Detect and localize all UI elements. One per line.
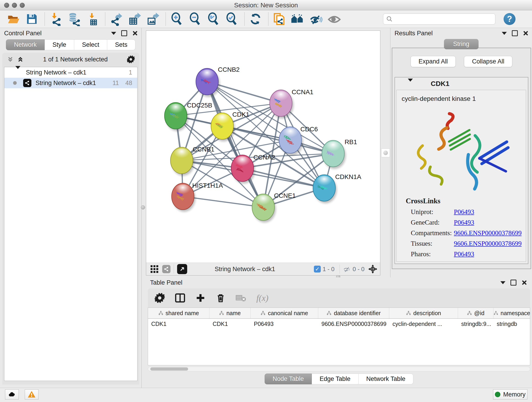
zoom-in-button[interactable] xyxy=(170,12,184,26)
hidden-count: 0 - 0 xyxy=(353,266,365,273)
float-panel-icon[interactable] xyxy=(512,30,518,36)
collapse-all-icon[interactable] xyxy=(7,56,14,63)
collapse-all-button[interactable]: Collapse All xyxy=(464,56,512,67)
panel-menu-icon[interactable] xyxy=(111,32,116,35)
tab-style[interactable]: Style xyxy=(45,39,74,50)
right-splitter-handle[interactable] xyxy=(381,148,390,157)
column-header-canonical-name[interactable]: canonical name xyxy=(251,308,318,318)
export-image-button[interactable] xyxy=(146,12,160,26)
table-horizontal-scrollbar[interactable] xyxy=(148,367,530,371)
table-options-gear-icon[interactable] xyxy=(155,293,165,303)
memory-button[interactable]: Memory xyxy=(493,389,527,400)
network-view-icon[interactable] xyxy=(162,265,171,273)
selected-checkbox-icon[interactable]: ✓ xyxy=(314,266,321,273)
application-window: Session: New Session xyxy=(0,0,532,402)
table-cell[interactable]: 9606.ENSP00000378699 xyxy=(318,319,389,329)
close-panel-icon[interactable] xyxy=(521,280,526,285)
export-table-button[interactable] xyxy=(127,12,142,26)
save-session-button[interactable] xyxy=(25,12,39,26)
column-header-database-identifier[interactable]: database identifier xyxy=(318,308,389,318)
gene-name: CDK1 xyxy=(431,80,450,88)
table-cell[interactable]: cyclin-dependent ... xyxy=(389,319,458,329)
zoom-in-icon xyxy=(170,12,183,26)
float-panel-icon[interactable] xyxy=(510,280,516,286)
tab-edge-table[interactable]: Edge Table xyxy=(312,374,359,384)
network-canvas[interactable]: CCNB2CCNA1CDC25BCDK1CDC6RB1CCNB1CCNA2CDK… xyxy=(146,31,380,275)
zoom-selected-icon xyxy=(225,12,238,26)
table-row[interactable]: CDK1CDK1P064939606.ENSP00000378699cyclin… xyxy=(148,319,530,329)
table-cell[interactable]: P06493 xyxy=(251,319,318,329)
tree-expand-caret[interactable] xyxy=(15,69,20,76)
toolbar-separator xyxy=(44,12,45,26)
section-collapse-caret[interactable] xyxy=(408,82,413,86)
table-cell[interactable]: stringdb:9... xyxy=(458,319,494,329)
tab-select[interactable]: Select xyxy=(74,39,107,50)
network-collection-row[interactable]: String Network – cdk1 1 xyxy=(4,67,137,78)
panel-menu-icon[interactable] xyxy=(502,32,507,35)
birdseye-view-button[interactable] xyxy=(177,264,187,274)
import-table-file-button[interactable] xyxy=(85,12,99,26)
import-network-file-button[interactable] xyxy=(49,12,63,26)
panel-menu-icon[interactable] xyxy=(500,281,505,284)
scrollbar-thumb[interactable] xyxy=(150,367,188,370)
column-header-description[interactable]: description xyxy=(389,308,458,318)
first-neighbors-button[interactable] xyxy=(291,12,305,26)
show-all-button[interactable] xyxy=(327,12,341,26)
tab-sets[interactable]: Sets xyxy=(107,39,135,50)
hide-selected-button[interactable] xyxy=(309,12,323,26)
pan-crosshair-icon[interactable] xyxy=(368,264,378,274)
crosslink-value-link[interactable]: P06493 xyxy=(454,250,474,258)
memory-label: Memory xyxy=(503,391,526,398)
add-column-icon[interactable] xyxy=(196,293,206,303)
cloud-status-button[interactable] xyxy=(5,389,19,400)
grid-view-icon[interactable] xyxy=(150,264,159,274)
network-row-selected[interactable]: String Network – cdk1 11 48 xyxy=(4,78,137,88)
zoom-out-button[interactable] xyxy=(188,12,202,26)
column-header-name[interactable]: name xyxy=(209,308,251,318)
close-panel-icon[interactable] xyxy=(523,31,528,36)
crosslink-label: Pharos: xyxy=(411,250,454,258)
crosslink-value-link[interactable]: P06493 xyxy=(454,219,474,226)
refresh-layout-button[interactable] xyxy=(248,12,263,26)
import-network-database-button[interactable] xyxy=(67,12,81,26)
table-cell[interactable]: stringdb xyxy=(494,319,530,329)
results-tab-string[interactable]: String xyxy=(444,39,479,49)
left-splitter-handle[interactable] xyxy=(141,205,145,210)
zoom-selected-button[interactable] xyxy=(225,12,239,26)
search-field-wrap xyxy=(383,13,495,25)
table-cell[interactable]: CDK1 xyxy=(209,319,251,329)
network-graph[interactable]: CCNB2CCNA1CDC25BCDK1CDC6RB1CCNB1CCNA2CDK… xyxy=(146,31,380,263)
warnings-button[interactable] xyxy=(25,389,38,400)
float-panel-icon[interactable] xyxy=(121,30,127,36)
help-button[interactable]: ? xyxy=(504,13,515,25)
show-columns-icon[interactable] xyxy=(175,293,185,303)
export-network-button[interactable] xyxy=(109,12,123,26)
save-icon xyxy=(25,13,38,26)
expand-all-button[interactable]: Expand All xyxy=(411,56,456,67)
expand-all-icon[interactable] xyxy=(17,56,24,63)
column-header--id[interactable]: @id xyxy=(458,308,494,318)
tab-network-table[interactable]: Network Table xyxy=(359,374,413,384)
search-input[interactable] xyxy=(393,16,490,23)
crosslink-value-link[interactable]: 9606.ENSP00000378699 xyxy=(454,229,522,237)
tab-node-table[interactable]: Node Table xyxy=(265,374,312,384)
open-session-button[interactable] xyxy=(6,12,21,26)
tab-network[interactable]: Network xyxy=(6,39,45,50)
clone-network-button[interactable] xyxy=(272,12,286,26)
column-header-namespace[interactable]: namespace xyxy=(494,308,530,318)
table-cell[interactable]: CDK1 xyxy=(148,319,209,329)
gear-icon[interactable] xyxy=(127,56,135,63)
delete-column-icon[interactable] xyxy=(215,293,226,303)
node-table[interactable]: shared namenamecanonical namedatabase id… xyxy=(148,307,530,365)
zoom-fit-button[interactable] xyxy=(206,12,220,26)
close-panel-icon[interactable] xyxy=(132,31,137,36)
selected-count: 1 - 0 xyxy=(323,266,335,273)
network-edge-count: 48 xyxy=(125,80,132,87)
table-tabs: Node Table Edge Table Network Table xyxy=(146,374,532,384)
crosslink-value-link[interactable]: P06493 xyxy=(454,208,474,216)
network-node-count: 11 xyxy=(113,80,119,87)
cloud-icon xyxy=(8,390,16,398)
node-label-hist1h1a: HIST1H1A xyxy=(192,182,223,189)
crosslink-value-link[interactable]: 9606.ENSP00000378699 xyxy=(454,240,522,247)
column-header-shared-name[interactable]: shared name xyxy=(148,308,209,318)
